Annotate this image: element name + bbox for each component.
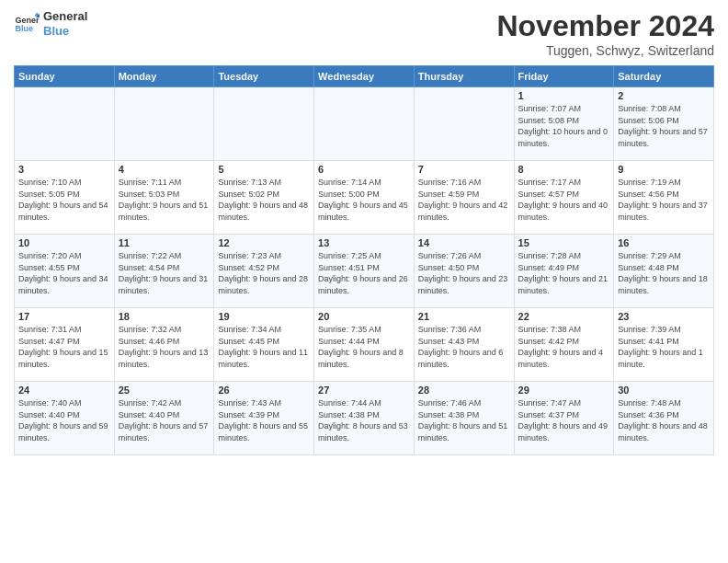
day-info: Sunrise: 7:46 AMSunset: 4:38 PMDaylight:… <box>418 397 510 443</box>
day-info: Sunrise: 7:34 AMSunset: 4:45 PMDaylight:… <box>218 324 310 370</box>
day-info: Sunrise: 7:29 AMSunset: 4:48 PMDaylight:… <box>618 250 710 296</box>
calendar-week-2: 10Sunrise: 7:20 AMSunset: 4:55 PMDayligh… <box>15 235 714 308</box>
calendar-cell: 20Sunrise: 7:35 AMSunset: 4:44 PMDayligh… <box>314 308 415 382</box>
day-number: 24 <box>18 385 110 396</box>
calendar-cell: 26Sunrise: 7:43 AMSunset: 4:39 PMDayligh… <box>214 382 314 455</box>
day-info: Sunrise: 7:43 AMSunset: 4:39 PMDaylight:… <box>218 397 310 443</box>
logo: General Blue General Blue <box>14 9 87 38</box>
calendar-cell: 27Sunrise: 7:44 AMSunset: 4:38 PMDayligh… <box>314 382 415 455</box>
day-number: 2 <box>618 90 710 101</box>
calendar-cell: 7Sunrise: 7:16 AMSunset: 4:59 PMDaylight… <box>414 161 514 235</box>
day-info: Sunrise: 7:47 AMSunset: 4:37 PMDaylight:… <box>518 397 610 443</box>
day-number: 1 <box>518 90 610 101</box>
day-number: 22 <box>518 311 610 322</box>
calendar-cell <box>214 87 314 161</box>
day-info: Sunrise: 7:32 AMSunset: 4:46 PMDaylight:… <box>119 324 210 370</box>
weekday-header-friday: Friday <box>514 66 614 87</box>
weekday-header-thursday: Thursday <box>414 66 514 87</box>
day-info: Sunrise: 7:11 AMSunset: 5:03 PMDaylight:… <box>119 177 210 223</box>
day-number: 8 <box>518 164 610 175</box>
day-info: Sunrise: 7:35 AMSunset: 4:44 PMDaylight:… <box>318 324 410 370</box>
calendar-cell <box>15 87 115 161</box>
day-number: 9 <box>618 164 710 175</box>
logo-icon: General Blue <box>14 11 40 37</box>
day-number: 13 <box>318 237 410 248</box>
weekday-header-sunday: Sunday <box>15 66 115 87</box>
day-info: Sunrise: 7:31 AMSunset: 4:47 PMDaylight:… <box>18 324 110 370</box>
day-info: Sunrise: 7:17 AMSunset: 4:57 PMDaylight:… <box>518 177 610 223</box>
day-info: Sunrise: 7:26 AMSunset: 4:50 PMDaylight:… <box>418 250 510 296</box>
title-area: November 2024 Tuggen, Schwyz, Switzerlan… <box>496 9 714 58</box>
day-info: Sunrise: 7:48 AMSunset: 4:36 PMDaylight:… <box>618 397 710 443</box>
day-number: 26 <box>218 385 310 396</box>
calendar-cell: 25Sunrise: 7:42 AMSunset: 4:40 PMDayligh… <box>114 382 214 455</box>
weekday-header-monday: Monday <box>114 66 214 87</box>
svg-text:General: General <box>15 15 40 24</box>
location: Tuggen, Schwyz, Switzerland <box>496 43 714 58</box>
calendar-cell: 15Sunrise: 7:28 AMSunset: 4:49 PMDayligh… <box>514 235 614 308</box>
calendar-cell: 30Sunrise: 7:48 AMSunset: 4:36 PMDayligh… <box>614 382 714 455</box>
day-number: 15 <box>518 237 610 248</box>
calendar-cell: 13Sunrise: 7:25 AMSunset: 4:51 PMDayligh… <box>314 235 415 308</box>
calendar-cell: 14Sunrise: 7:26 AMSunset: 4:50 PMDayligh… <box>414 235 514 308</box>
weekday-header-row: SundayMondayTuesdayWednesdayThursdayFrid… <box>15 66 714 87</box>
day-number: 10 <box>18 237 110 248</box>
calendar-cell: 4Sunrise: 7:11 AMSunset: 5:03 PMDaylight… <box>114 161 214 235</box>
main-container: General Blue General Blue November 2024 … <box>0 0 728 465</box>
calendar-week-0: 1Sunrise: 7:07 AMSunset: 5:08 PMDaylight… <box>15 87 714 161</box>
day-info: Sunrise: 7:22 AMSunset: 4:54 PMDaylight:… <box>119 250 210 296</box>
day-number: 12 <box>218 237 310 248</box>
calendar-cell: 19Sunrise: 7:34 AMSunset: 4:45 PMDayligh… <box>214 308 314 382</box>
day-number: 30 <box>618 385 710 396</box>
day-number: 25 <box>119 385 210 396</box>
day-info: Sunrise: 7:44 AMSunset: 4:38 PMDaylight:… <box>318 397 410 443</box>
day-number: 4 <box>119 164 210 175</box>
calendar-cell: 22Sunrise: 7:38 AMSunset: 4:42 PMDayligh… <box>514 308 614 382</box>
day-number: 19 <box>218 311 310 322</box>
day-info: Sunrise: 7:39 AMSunset: 4:41 PMDaylight:… <box>618 324 710 370</box>
calendar-cell: 6Sunrise: 7:14 AMSunset: 5:00 PMDaylight… <box>314 161 415 235</box>
day-number: 7 <box>418 164 510 175</box>
weekday-header-wednesday: Wednesday <box>314 66 415 87</box>
day-info: Sunrise: 7:07 AMSunset: 5:08 PMDaylight:… <box>518 103 610 149</box>
day-info: Sunrise: 7:13 AMSunset: 5:02 PMDaylight:… <box>218 177 310 223</box>
day-info: Sunrise: 7:28 AMSunset: 4:49 PMDaylight:… <box>518 250 610 296</box>
calendar-cell: 3Sunrise: 7:10 AMSunset: 5:05 PMDaylight… <box>15 161 115 235</box>
calendar-cell: 8Sunrise: 7:17 AMSunset: 4:57 PMDaylight… <box>514 161 614 235</box>
svg-text:Blue: Blue <box>15 24 33 33</box>
calendar-cell: 16Sunrise: 7:29 AMSunset: 4:48 PMDayligh… <box>614 235 714 308</box>
calendar-cell <box>114 87 214 161</box>
day-number: 29 <box>518 385 610 396</box>
calendar-cell: 11Sunrise: 7:22 AMSunset: 4:54 PMDayligh… <box>114 235 214 308</box>
day-number: 17 <box>18 311 110 322</box>
calendar-week-1: 3Sunrise: 7:10 AMSunset: 5:05 PMDaylight… <box>15 161 714 235</box>
day-number: 28 <box>418 385 510 396</box>
day-info: Sunrise: 7:19 AMSunset: 4:56 PMDaylight:… <box>618 177 710 223</box>
day-info: Sunrise: 7:08 AMSunset: 5:06 PMDaylight:… <box>618 103 710 149</box>
day-number: 20 <box>318 311 410 322</box>
calendar-cell: 21Sunrise: 7:36 AMSunset: 4:43 PMDayligh… <box>414 308 514 382</box>
calendar-cell: 24Sunrise: 7:40 AMSunset: 4:40 PMDayligh… <box>15 382 115 455</box>
calendar-cell: 10Sunrise: 7:20 AMSunset: 4:55 PMDayligh… <box>15 235 115 308</box>
calendar-cell: 17Sunrise: 7:31 AMSunset: 4:47 PMDayligh… <box>15 308 115 382</box>
day-info: Sunrise: 7:20 AMSunset: 4:55 PMDaylight:… <box>18 250 110 296</box>
day-number: 16 <box>618 237 710 248</box>
calendar-cell: 29Sunrise: 7:47 AMSunset: 4:37 PMDayligh… <box>514 382 614 455</box>
month-title: November 2024 <box>496 9 714 43</box>
day-number: 6 <box>318 164 410 175</box>
calendar-table: SundayMondayTuesdayWednesdayThursdayFrid… <box>14 65 714 455</box>
weekday-header-saturday: Saturday <box>614 66 714 87</box>
day-info: Sunrise: 7:38 AMSunset: 4:42 PMDaylight:… <box>518 324 610 370</box>
calendar-cell: 9Sunrise: 7:19 AMSunset: 4:56 PMDaylight… <box>614 161 714 235</box>
day-number: 23 <box>618 311 710 322</box>
calendar-cell: 23Sunrise: 7:39 AMSunset: 4:41 PMDayligh… <box>614 308 714 382</box>
calendar-week-4: 24Sunrise: 7:40 AMSunset: 4:40 PMDayligh… <box>15 382 714 455</box>
day-number: 27 <box>318 385 410 396</box>
day-number: 11 <box>119 237 210 248</box>
day-info: Sunrise: 7:16 AMSunset: 4:59 PMDaylight:… <box>418 177 510 223</box>
calendar-cell <box>314 87 415 161</box>
day-number: 18 <box>119 311 210 322</box>
weekday-header-tuesday: Tuesday <box>214 66 314 87</box>
header: General Blue General Blue November 2024 … <box>14 9 714 58</box>
day-number: 5 <box>218 164 310 175</box>
